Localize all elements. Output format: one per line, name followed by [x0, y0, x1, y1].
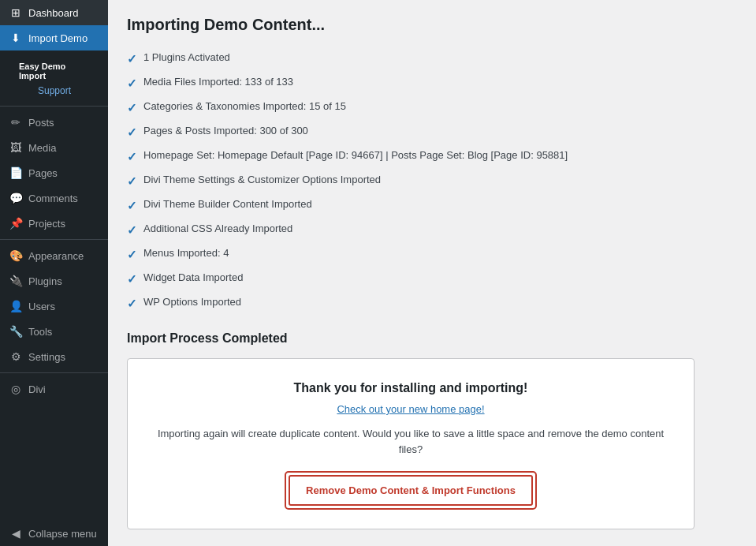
easy-demo-import-group: Easy Demo Import Support [0, 50, 108, 103]
users-icon: 👤 [9, 300, 22, 312]
checklist-item: ✓Media Files Imported: 133 of 133 [127, 71, 737, 95]
media-icon: 🖼 [9, 141, 22, 154]
sidebar: ⊞ Dashboard ⬇ Import Demo Easy Demo Impo… [0, 0, 108, 546]
checklist-item: ✓Divi Theme Builder Content Imported [127, 193, 737, 218]
checklist-item-text: Homepage Set: Homepage Default [Page ID:… [143, 149, 568, 161]
sidebar-item-label: Dashboard [28, 7, 79, 19]
posts-icon: ✏ [9, 116, 22, 129]
checklist-item: ✓Menus Imported: 4 [127, 242, 737, 267]
checkmark-icon: ✓ [127, 223, 137, 237]
checklist-item-text: Widget Data Imported [143, 271, 243, 283]
sidebar-item-import-demo[interactable]: ⬇ Import Demo [0, 25, 108, 50]
home-page-link[interactable]: Check out your new home page! [147, 403, 675, 415]
checkmark-icon: ✓ [127, 272, 137, 286]
sidebar-item-collapse[interactable]: ◀ Collapse menu [0, 521, 108, 546]
comments-icon: 💬 [9, 192, 22, 204]
sidebar-item-label: Divi [28, 383, 46, 395]
appearance-icon: 🎨 [9, 249, 22, 262]
sidebar-item-label: Media [28, 142, 56, 154]
checklist-item: ✓Additional CSS Already Imported [127, 218, 737, 242]
checkmark-icon: ✓ [127, 101, 137, 115]
checklist-item: ✓Categories & Taxonomies Imported: 15 of… [127, 95, 737, 120]
collapse-icon: ◀ [9, 527, 22, 540]
checklist-item-text: Categories & Taxonomies Imported: 15 of … [143, 100, 346, 112]
checklist-item-text: Divi Theme Settings & Customizer Options… [143, 174, 381, 185]
checkmark-icon: ✓ [127, 199, 137, 213]
plugins-icon: 🔌 [9, 275, 22, 287]
thank-you-box: Thank you for installing and importing! … [127, 358, 695, 529]
checklist-item-text: WP Options Imported [143, 296, 241, 308]
checkmark-icon: ✓ [127, 174, 137, 189]
checklist-item-text: 1 Plugins Activated [143, 51, 230, 63]
sidebar-item-label: Comments [28, 193, 78, 204]
sidebar-item-posts[interactable]: ✏ Posts [0, 110, 108, 135]
thank-you-title: Thank you for installing and importing! [147, 381, 675, 395]
page-title: Importing Demo Content... [127, 16, 737, 34]
sidebar-item-label: Posts [28, 117, 54, 129]
checkmark-icon: ✓ [127, 77, 137, 91]
pages-icon: 📄 [9, 166, 22, 179]
checkmark-icon: ✓ [127, 150, 137, 164]
sidebar-item-label: Users [28, 301, 55, 312]
import-icon: ⬇ [9, 32, 22, 44]
checkmark-icon: ✓ [127, 52, 137, 66]
sidebar-item-pages[interactable]: 📄 Pages [0, 160, 108, 185]
sidebar-item-label: Collapse menu [28, 528, 97, 540]
checklist-item-text: Pages & Posts Imported: 300 of 300 [143, 125, 308, 136]
sidebar-item-label: Settings [28, 351, 65, 363]
checklist-item: ✓Divi Theme Settings & Customizer Option… [127, 169, 737, 193]
sidebar-item-projects[interactable]: 📌 Projects [0, 211, 108, 236]
checkmark-icon: ✓ [127, 297, 137, 311]
sidebar-item-comments[interactable]: 💬 Comments [0, 185, 108, 211]
sidebar-item-appearance[interactable]: 🎨 Appearance [0, 243, 108, 268]
sidebar-item-divi[interactable]: ◎ Divi [0, 376, 108, 402]
main-content: Importing Demo Content... ✓1 Plugins Act… [108, 0, 756, 546]
sidebar-item-label: Import Demo [28, 32, 88, 44]
sidebar-item-label: Appearance [28, 250, 84, 262]
sidebar-item-media[interactable]: 🖼 Media [0, 135, 108, 160]
checkmark-icon: ✓ [127, 125, 137, 140]
checklist: ✓1 Plugins Activated✓Media Files Importe… [127, 47, 737, 316]
settings-icon: ⚙ [9, 350, 22, 363]
sidebar-item-tools[interactable]: 🔧 Tools [0, 319, 108, 344]
sidebar-item-label: Projects [28, 218, 65, 230]
checkmark-icon: ✓ [127, 248, 137, 262]
remove-button-wrapper: Remove Demo Content & Import Functions [285, 471, 537, 510]
sidebar-item-plugins[interactable]: 🔌 Plugins [0, 268, 108, 294]
sidebar-item-users[interactable]: 👤 Users [0, 294, 108, 319]
projects-icon: 📌 [9, 217, 22, 230]
sidebar-item-label: Pages [28, 167, 58, 179]
thank-you-description: Importing again will create duplicate co… [147, 426, 675, 457]
divi-icon: ◎ [9, 383, 22, 395]
sidebar-item-settings[interactable]: ⚙ Settings [0, 344, 108, 369]
checklist-item-text: Additional CSS Already Imported [143, 223, 292, 234]
checklist-item: ✓1 Plugins Activated [127, 47, 737, 71]
checklist-item: ✓WP Options Imported [127, 291, 737, 316]
sidebar-item-label: Tools [28, 326, 52, 338]
support-link[interactable]: Support [9, 84, 99, 101]
checklist-item: ✓Widget Data Imported [127, 267, 737, 291]
dashboard-icon: ⊞ [9, 6, 22, 19]
completed-label: Import Process Completed [127, 331, 737, 346]
checklist-item-text: Media Files Imported: 133 of 133 [143, 76, 293, 88]
remove-demo-button[interactable]: Remove Demo Content & Import Functions [289, 475, 533, 506]
checklist-item: ✓Pages & Posts Imported: 300 of 300 [127, 120, 737, 144]
easy-demo-import-label: Easy Demo Import [9, 54, 99, 84]
tools-icon: 🔧 [9, 325, 22, 338]
checklist-item: ✓Homepage Set: Homepage Default [Page ID… [127, 144, 737, 169]
checklist-item-text: Divi Theme Builder Content Imported [143, 198, 312, 210]
sidebar-item-label: Plugins [28, 275, 62, 287]
checklist-item-text: Menus Imported: 4 [143, 247, 229, 259]
sidebar-item-dashboard[interactable]: ⊞ Dashboard [0, 0, 108, 25]
